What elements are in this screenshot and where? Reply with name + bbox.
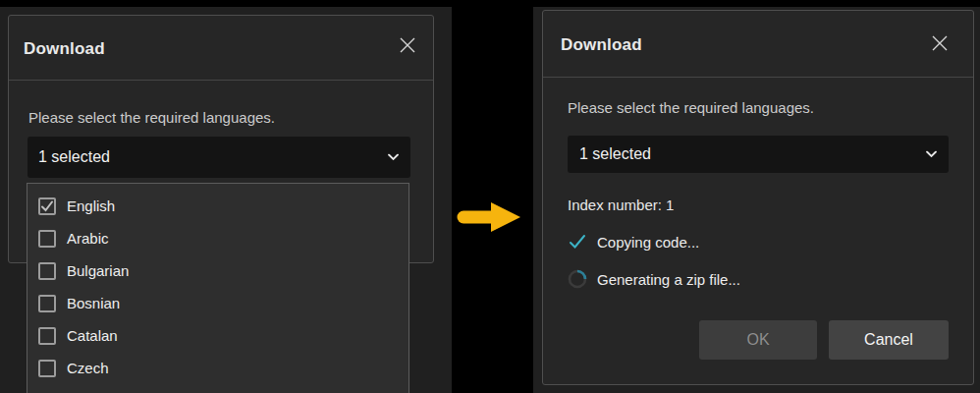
dialog-header: Download	[543, 11, 973, 78]
ok-button[interactable]: OK	[699, 320, 817, 360]
list-item-label: English	[67, 197, 115, 214]
instruction-text: Please select the required languages.	[568, 98, 814, 118]
composite-screenshot: Download Please select the required lang…	[0, 0, 980, 393]
list-item-label: Bosnian	[67, 295, 120, 311]
step-label: Copying code...	[597, 234, 699, 251]
chevron-down-icon	[926, 151, 937, 158]
instruction-text: Please select the required languages.	[28, 108, 275, 128]
close-button[interactable]	[928, 31, 952, 55]
language-dropdown-list: English Arabic Bulgarian Bosnian Catalan…	[27, 183, 409, 393]
download-dialog-after: Download Please select the required lang…	[542, 10, 974, 385]
list-item-czech[interactable]: Czech	[27, 352, 408, 384]
checkbox-icon[interactable]	[38, 327, 56, 345]
dialog-header: Download	[9, 16, 433, 81]
checkbox-icon[interactable]	[38, 230, 56, 248]
list-item-label: Arabic	[67, 230, 109, 247]
select-value: 1 selected	[579, 145, 651, 163]
checkbox-checked-icon[interactable]	[38, 197, 56, 215]
dialog-title: Download	[561, 35, 642, 55]
checkbox-icon[interactable]	[38, 262, 56, 280]
checkbox-icon[interactable]	[38, 295, 56, 312]
list-item-label: Bulgarian	[67, 262, 129, 279]
list-item-bosnian[interactable]: Bosnian	[27, 287, 408, 319]
step-label: Generating a zip file...	[597, 271, 740, 288]
check-icon	[568, 232, 587, 252]
step-generating-zip: Generating a zip file...	[568, 269, 740, 289]
index-number-text: Index number: 1	[568, 196, 674, 215]
step-copying-code: Copying code...	[568, 232, 699, 252]
close-icon	[930, 33, 950, 53]
list-item-label: Czech	[67, 360, 109, 376]
list-item-bulgarian[interactable]: Bulgarian	[27, 254, 408, 287]
dialog-title: Download	[24, 39, 105, 59]
close-button[interactable]	[396, 33, 419, 57]
list-item-catalan[interactable]: Catalan	[27, 319, 408, 352]
chevron-down-icon	[388, 154, 399, 161]
list-item-english[interactable]: English	[27, 190, 408, 222]
transition-arrow-icon	[456, 199, 524, 235]
language-select[interactable]: 1 selected	[27, 137, 410, 178]
spinner-icon	[568, 269, 587, 289]
list-item-label: Catalan	[67, 327, 118, 344]
select-value: 1 selected	[38, 148, 110, 166]
list-item-arabic[interactable]: Arabic	[27, 222, 408, 254]
language-select[interactable]: 1 selected	[568, 136, 949, 173]
cancel-button[interactable]: Cancel	[829, 320, 949, 360]
checkbox-icon[interactable]	[38, 360, 56, 377]
close-icon	[398, 35, 417, 55]
